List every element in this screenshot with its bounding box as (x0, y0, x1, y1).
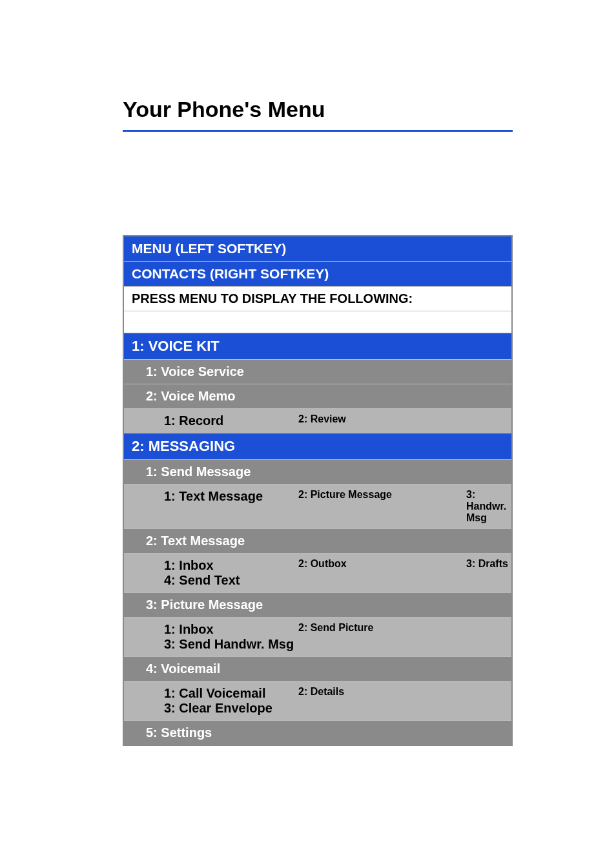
voice-service-label: 1: Voice Service (124, 360, 511, 384)
voice-service-row: 1: Voice Service (124, 360, 511, 384)
header-contacts-softkey-text: CONTACTS (RIGHT SOFTKEY) (124, 262, 511, 286)
picture-message-blank (421, 618, 511, 656)
voicemail-clear: 3: Clear Envelope (164, 701, 298, 716)
send-message-sub-row: 1: Text Message 2: Picture Message 3: Ha… (124, 484, 511, 529)
voicemail-call: 1: Call Voicemail (164, 686, 298, 701)
send-message-row: 1: Send Message (124, 460, 511, 484)
picture-message-label: 3: Picture Message (124, 593, 511, 617)
voicemail-row: 4: Voicemail (124, 657, 511, 681)
header-menu-softkey: MENU (LEFT SOFTKEY) (124, 236, 511, 262)
text-message-row: 2: Text Message (124, 529, 511, 554)
page-title: Your Phone's Menu (123, 97, 513, 132)
header-press-menu: PRESS MENU TO DISPLAY THE FOLLOWING: (124, 287, 511, 311)
send-message-handwr: 3: Handwr. Msg (466, 484, 511, 528)
text-message-send-text: 4: Send Text (164, 573, 298, 588)
voice-memo-sub-row: 1: Record 2: Review (124, 409, 511, 433)
text-message-drafts: 3: Drafts (421, 554, 511, 592)
voice-memo-record: 1: Record (124, 409, 298, 433)
text-message-sub-row: 1: Inbox 4: Send Text 2: Outbox 3: Draft… (124, 554, 511, 593)
header-menu-softkey-text: MENU (LEFT SOFTKEY) (124, 236, 511, 261)
voicemail-blank (421, 681, 511, 720)
spacer-row (124, 311, 511, 333)
picture-message-inbox: 1: Inbox (164, 622, 298, 637)
text-message-col1: 1: Inbox 4: Send Text (124, 554, 298, 592)
section-messaging-title: 2: MESSAGING (124, 433, 511, 459)
voice-memo-blank (421, 409, 511, 433)
section-voice-kit-title: 1: VOICE KIT (124, 333, 511, 359)
header-press-menu-text: PRESS MENU TO DISPLAY THE FOLLOWING: (124, 287, 511, 311)
send-message-label: 1: Send Message (124, 460, 511, 484)
picture-message-col1: 1: Inbox 3: Send Handwr. Msg (124, 618, 298, 656)
voicemail-sub-row: 1: Call Voicemail 3: Clear Envelope 2: D… (124, 681, 511, 721)
header-contacts-softkey: CONTACTS (RIGHT SOFTKEY) (124, 262, 511, 287)
section-voice-kit: 1: VOICE KIT (124, 333, 511, 360)
picture-message-sub-row: 1: Inbox 3: Send Handwr. Msg 2: Send Pic… (124, 618, 511, 657)
settings-label: 5: Settings (124, 721, 511, 745)
voicemail-label: 4: Voicemail (124, 657, 511, 681)
text-message-label: 2: Text Message (124, 529, 511, 553)
voicemail-details: 2: Details (298, 681, 421, 720)
send-message-text: 1: Text Message (124, 484, 298, 528)
text-message-inbox: 1: Inbox (164, 558, 298, 573)
voice-memo-label: 2: Voice Memo (124, 384, 511, 408)
send-message-picture: 2: Picture Message (298, 484, 466, 528)
settings-row: 5: Settings (124, 721, 511, 745)
voice-memo-row: 2: Voice Memo (124, 384, 511, 409)
menu-table: MENU (LEFT SOFTKEY) CONTACTS (RIGHT SOFT… (123, 235, 513, 746)
picture-message-send-picture: 2: Send Picture (298, 618, 421, 656)
picture-message-row: 3: Picture Message (124, 593, 511, 618)
voice-memo-review: 2: Review (298, 409, 421, 433)
section-messaging: 2: MESSAGING (124, 433, 511, 460)
text-message-outbox: 2: Outbox (298, 554, 421, 592)
picture-message-send-handwr: 3: Send Handwr. Msg (164, 637, 298, 652)
voicemail-col1: 1: Call Voicemail 3: Clear Envelope (124, 681, 298, 720)
